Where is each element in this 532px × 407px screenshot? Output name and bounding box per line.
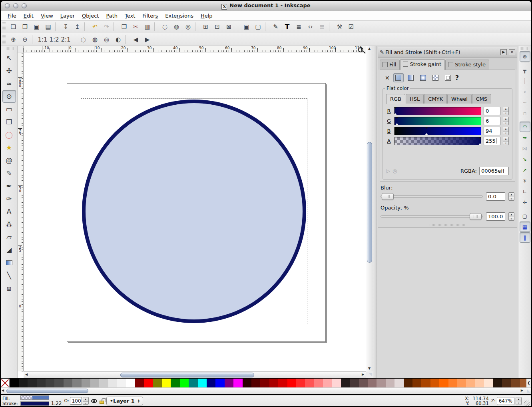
blue-value-field[interactable]: 94 (484, 127, 500, 135)
palette-swatch[interactable] (28, 379, 36, 387)
palette-swatch[interactable] (153, 379, 162, 387)
snap-guides[interactable]: ∥ (520, 232, 530, 243)
tab-fill[interactable]: Fill (380, 60, 400, 70)
snap-nodes-paths[interactable]: ◠ (520, 122, 530, 132)
unlink-clone-button[interactable]: ⊠ (223, 22, 234, 32)
palette-swatch[interactable] (439, 379, 448, 387)
palette-swatch[interactable] (64, 379, 72, 387)
scroll-down-button[interactable]: ▼ (366, 366, 373, 371)
cs-tab-rgb[interactable]: RGB (386, 94, 405, 104)
tool-star[interactable]: ★ (2, 141, 16, 154)
zoom-drawing-button[interactable]: ◍ (90, 34, 100, 45)
xml-editor-button[interactable]: ‹› (305, 22, 316, 32)
tool-ellipse[interactable]: ◯ (2, 128, 16, 141)
no-paint-button[interactable]: ✕ (385, 75, 390, 81)
zoom-1-1-button[interactable]: 1:1 (37, 34, 48, 45)
menu-text[interactable]: Text (121, 12, 139, 20)
opacity-value-field[interactable]: 100.0 (486, 212, 505, 221)
undo-button[interactable]: ↶ (90, 22, 100, 32)
snap-to-paths[interactable]: ➥ (520, 132, 530, 143)
color-wheel-icon[interactable]: ◎ (393, 168, 397, 174)
zoom-next-button[interactable]: ▶ (142, 34, 153, 45)
palette-swatch[interactable] (260, 379, 269, 387)
import-button[interactable]: ↧ (60, 22, 71, 32)
tool-node-editor[interactable]: ✣ (2, 64, 16, 77)
cs-tab-hsl[interactable]: HSL (406, 94, 424, 104)
palette-swatch[interactable] (19, 379, 28, 387)
horizontal-ruler[interactable]: -100102030405060708090100110 (24, 46, 366, 52)
menu-help[interactable]: Help (197, 12, 216, 20)
zoom-selection-button[interactable]: ◌ (78, 34, 89, 45)
palette-swatch[interactable] (502, 379, 511, 387)
save-button[interactable]: ▣ (31, 22, 42, 32)
new-document-button[interactable]: ❏ (8, 22, 19, 32)
vertical-ruler[interactable]: 1007550250 (18, 52, 24, 371)
palette-swatch[interactable] (287, 379, 296, 387)
palette-swatch[interactable] (368, 379, 377, 387)
tool-spiral[interactable]: @ (2, 154, 16, 167)
snap-cusp-nodes[interactable]: ➘ (520, 154, 530, 164)
vertical-scroll-thumb[interactable] (367, 142, 372, 263)
tool-selector[interactable]: ↖ (2, 52, 16, 64)
tool-calligraphy[interactable]: ✑ (2, 192, 16, 205)
menu-view[interactable]: View (37, 12, 57, 20)
cs-tab-cmyk[interactable]: CMYK (424, 94, 447, 104)
zoom-spinner[interactable]: ▲▼ (516, 397, 522, 405)
palette-swatch[interactable] (126, 379, 135, 387)
pattern-button[interactable] (430, 73, 441, 82)
palette-swatch[interactable] (198, 379, 207, 387)
snap-bbox-corners[interactable]: ∘ (520, 86, 530, 97)
palette-swatch[interactable] (430, 379, 439, 387)
radial-gradient-button[interactable] (418, 73, 428, 82)
palette-swatch[interactable] (225, 379, 233, 387)
palette-swatch[interactable] (484, 379, 493, 387)
palette-swatch[interactable] (269, 379, 278, 387)
panel-header[interactable]: ✎ Fill and Stroke (Shift+Ctrl+F) ▶ ✕ (378, 47, 517, 58)
preferences-button[interactable]: ⚒ (334, 22, 345, 32)
snap-rotation-centers[interactable]: ✛ (520, 197, 530, 207)
palette-swatch[interactable] (90, 379, 99, 387)
snap-bbox-edge-midpoints[interactable]: ┄ (520, 97, 530, 108)
cs-tab-cms[interactable]: CMS (472, 94, 492, 104)
blur-spinner[interactable]: ▲▼ (508, 192, 514, 201)
horizontal-scrollbar[interactable]: ◀ ▶ (24, 371, 366, 378)
text-dialog-button[interactable]: T (282, 22, 293, 32)
snap-bbox-edges[interactable]: ┆ (520, 76, 530, 86)
panel-close-button[interactable]: ✕ (509, 49, 515, 55)
color-picker-icon[interactable]: ▷ (386, 168, 390, 174)
object-opacity-field[interactable]: 100 (70, 397, 82, 405)
redo-button[interactable]: ↷ (101, 22, 112, 32)
vertical-scrollbar[interactable]: ▲ ▼ (366, 46, 373, 371)
ungroup-button[interactable]: ▢ (253, 22, 263, 32)
menu-filters[interactable]: Filters (139, 12, 161, 20)
red-value-field[interactable]: 0 (484, 107, 500, 115)
stroke-color-swatch[interactable] (20, 401, 49, 406)
tool-connector[interactable]: ⧈ (2, 282, 16, 295)
snapbar-grip[interactable] (520, 47, 528, 50)
palette-swatch[interactable] (377, 379, 385, 387)
palette-swatch[interactable] (323, 379, 332, 387)
palette-swatch[interactable] (359, 379, 368, 387)
layer-lock-icon[interactable] (100, 401, 104, 404)
snap-smooth-nodes[interactable]: ➚ (520, 165, 530, 175)
palette-swatch[interactable] (457, 379, 466, 387)
palette-swatch[interactable] (207, 379, 215, 387)
print-button[interactable]: ▤ (43, 22, 54, 32)
menu-extensions[interactable]: Extensions (161, 12, 197, 20)
palette-swatch[interactable] (448, 379, 457, 387)
snap-bbox-centers[interactable]: ▫ (520, 108, 530, 118)
green-spinner[interactable]: ▲▼ (503, 117, 509, 125)
menu-object[interactable]: Object (78, 12, 102, 20)
palette-swatch[interactable] (10, 379, 18, 387)
export-button[interactable]: ↥ (72, 22, 83, 32)
toolbar-grip[interactable] (2, 35, 6, 44)
dock-resize-handle[interactable] (373, 46, 377, 378)
window-resize-grip[interactable] (524, 401, 530, 406)
palette-swatch[interactable] (421, 379, 430, 387)
tool-pencil[interactable]: ✎ (2, 167, 16, 180)
zoom-out-button[interactable]: ⊖ (20, 34, 30, 45)
scroll-left-button[interactable]: ◀ (24, 372, 29, 377)
tab-stroke-paint[interactable]: Stroke paint (400, 59, 445, 70)
blue-slider[interactable] (394, 127, 481, 135)
palette-swatch[interactable] (511, 379, 520, 387)
